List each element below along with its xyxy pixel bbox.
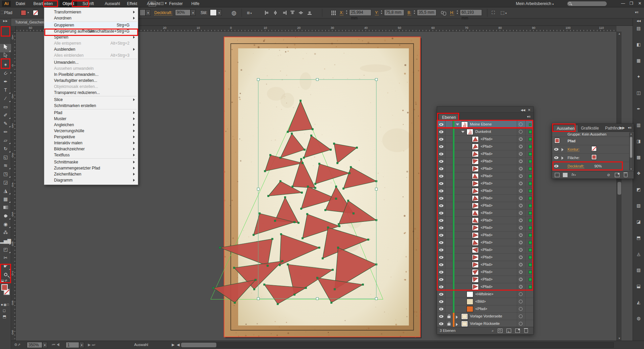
target-circle-icon[interactable] xyxy=(519,196,523,200)
visibility-eye-icon[interactable] xyxy=(439,219,443,222)
layer-thumbnail[interactable] xyxy=(472,247,479,253)
clear-appearance-icon[interactable]: ⊘ xyxy=(607,173,610,177)
align-bottom-icon[interactable] xyxy=(308,11,312,15)
layer-thumbnail[interactable] xyxy=(472,254,479,260)
layer-row-path[interactable]: <Pfad> xyxy=(437,195,533,202)
target-circle-icon[interactable] xyxy=(519,300,523,303)
layer-thumbnail[interactable] xyxy=(472,262,479,268)
dock-panel-icon-12[interactable]: ◪ xyxy=(633,219,644,226)
visibility-eye-icon[interactable] xyxy=(439,263,443,266)
dock-panel-icon-0[interactable]: ▤ xyxy=(633,26,644,33)
paintbrush-tool[interactable]: ✐ xyxy=(0,111,11,119)
layer-row-path[interactable]: <Pfad> xyxy=(437,232,533,239)
visibility-eye-icon[interactable] xyxy=(439,308,443,310)
visibility-eye-icon[interactable] xyxy=(439,234,443,237)
menu-item-perspektive[interactable]: Perspektive xyxy=(45,134,138,140)
align-vcenter-icon[interactable] xyxy=(299,11,303,15)
close-button[interactable]: ✕ xyxy=(636,0,644,7)
visibility-eye-icon[interactable] xyxy=(439,249,443,251)
layer-row-path[interactable]: <Pfad> xyxy=(437,180,533,187)
target-circle-icon[interactable] xyxy=(519,248,523,252)
visibility-eye-icon[interactable] xyxy=(439,256,443,259)
menu-item-verzerrungshülle[interactable]: Verzerrungshülle xyxy=(45,128,138,134)
b-label[interactable]: B: xyxy=(408,10,411,15)
layer-thumbnail[interactable] xyxy=(461,321,468,327)
layer-thumbnail[interactable] xyxy=(472,210,479,216)
selection-square[interactable] xyxy=(529,167,532,170)
horizontal-scroll-thumb[interactable] xyxy=(181,343,216,347)
layer-label[interactable]: <Pfad> xyxy=(481,196,492,200)
menu-item-ausblenden[interactable]: Ausblenden xyxy=(45,46,138,52)
layer-thumbnail[interactable] xyxy=(472,195,479,201)
disclosure-icon[interactable] xyxy=(456,323,458,326)
menu-item-zusammengesetzter-pfad[interactable]: Zusammengesetzter Pfad xyxy=(45,165,138,171)
b-value[interactable]: 35,5 mm xyxy=(417,9,436,16)
target-circle-icon[interactable] xyxy=(519,307,523,311)
selection-square[interactable] xyxy=(529,219,532,222)
layer-label[interactable]: Vorlage Rückseite xyxy=(470,321,500,326)
layer-thumbnail[interactable] xyxy=(472,277,479,283)
dock-panel-icon-13[interactable]: ⬒ xyxy=(633,235,644,242)
delete-layer-icon[interactable] xyxy=(524,329,528,333)
layer-row-path[interactable]: <Pfad> xyxy=(437,224,533,232)
visibility-eye-icon[interactable] xyxy=(439,300,443,303)
add-effect-icon[interactable]: fx▾ xyxy=(572,172,576,177)
appearance-scrollbar[interactable]: ▲ ▼ xyxy=(629,133,633,170)
align-left-icon[interactable] xyxy=(265,11,269,15)
visibility-eye-icon[interactable] xyxy=(439,212,443,214)
b-spinner[interactable]: ▲▼ xyxy=(413,9,416,16)
stroke-none-chip[interactable] xyxy=(592,146,596,151)
deckkraft-dropdown[interactable]: ▾ xyxy=(191,9,196,16)
selection-square[interactable] xyxy=(529,248,532,252)
dock-panel-icon-10[interactable]: ◩ xyxy=(633,187,644,194)
layer-row-path[interactable]: <Pfad> xyxy=(437,136,533,143)
menu-item-schnittmarken-erstellen[interactable]: Schnittmarken erstellen xyxy=(45,103,138,109)
target-circle-icon[interactable] xyxy=(519,130,523,134)
stroke-width-value[interactable] xyxy=(140,9,146,16)
layer-label[interactable]: <Pfad> xyxy=(481,262,492,266)
menu-item-muster[interactable]: Muster xyxy=(45,116,138,122)
locate-object-icon[interactable]: ⌕ xyxy=(492,329,494,333)
menu-item-slice[interactable]: Slice xyxy=(45,97,138,103)
layer-thumbnail[interactable] xyxy=(472,240,479,246)
eyedropper-tool[interactable] xyxy=(0,212,11,220)
target-circle-icon[interactable] xyxy=(519,263,523,266)
menu-item-verlaufsgitter-erstellen-[interactable]: Verlaufsgitter erstellen... xyxy=(45,78,138,84)
menu-item-umwandeln-[interactable]: Umwandeln... xyxy=(45,59,138,65)
selection-square[interactable] xyxy=(529,270,532,274)
fill-color-chip[interactable] xyxy=(592,155,596,159)
slice-tool[interactable]: ✂ xyxy=(0,254,11,262)
y-label[interactable]: Y: xyxy=(375,10,379,15)
menu-item-schnittmaske[interactable]: Schnittmaske xyxy=(45,159,138,165)
y-spinner[interactable]: ▲▼ xyxy=(380,9,383,16)
scale-tool[interactable]: ◱ xyxy=(0,153,11,161)
stroke-width-dropdown[interactable]: ▾ xyxy=(146,9,151,16)
stil-dropdown[interactable]: ▾ xyxy=(217,9,222,16)
disclosure-icon[interactable] xyxy=(561,148,564,151)
layer-label[interactable]: <Pfad> xyxy=(481,189,492,193)
mesh-tool[interactable]: ▦ xyxy=(0,195,11,203)
visibility-eye-icon[interactable] xyxy=(439,278,443,281)
layer-label[interactable]: <Pfad> xyxy=(481,248,492,252)
selection-square[interactable] xyxy=(529,204,532,207)
direct-selection-tool[interactable] xyxy=(0,52,11,61)
minimize-button[interactable]: — xyxy=(619,0,627,7)
layer-row-path[interactable]: <Pfad> xyxy=(437,158,533,165)
duplicate-item-icon[interactable] xyxy=(615,173,620,177)
visibility-eye-icon[interactable] xyxy=(439,241,443,244)
layer-row-path[interactable]: <Pfad> xyxy=(437,187,533,195)
recolor-artwork-icon[interactable]: ◍ xyxy=(231,9,236,16)
menu-item-transformieren[interactable]: Transformieren xyxy=(45,9,138,15)
menu-item-in-pixelbild-umwandeln-[interactable]: In Pixelbild umwandeln... xyxy=(45,71,138,78)
selection-tool[interactable] xyxy=(0,44,11,52)
visibility-eye-icon[interactable] xyxy=(439,123,443,126)
dock-panel-icon-7[interactable]: ◨ xyxy=(633,139,644,145)
h-value[interactable]: 60,193 mm xyxy=(460,9,482,16)
layer-thumbnail[interactable] xyxy=(472,232,479,238)
eye-icon[interactable] xyxy=(554,148,558,151)
panel-collapse-icon[interactable]: ◀◀ xyxy=(521,108,525,112)
selection-square[interactable] xyxy=(529,189,532,193)
zoom-tool[interactable] xyxy=(0,270,11,279)
dock-panel-icon-11[interactable]: ▧ xyxy=(633,203,644,210)
layer-label[interactable]: <Pfad> xyxy=(481,174,492,178)
